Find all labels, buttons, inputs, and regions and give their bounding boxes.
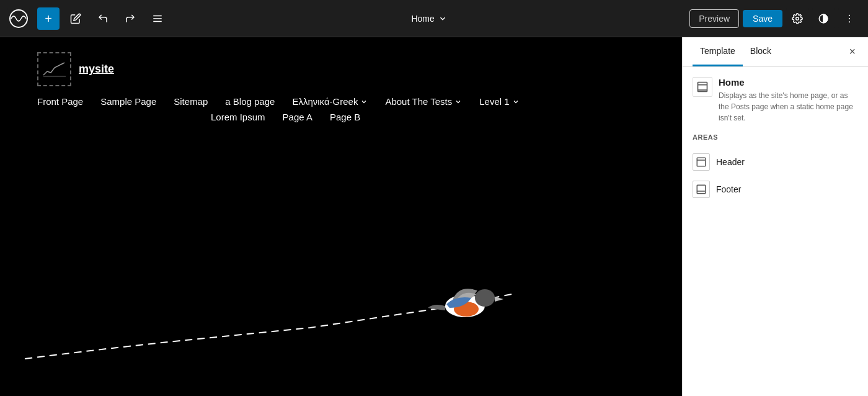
nav-lorem-ipsum[interactable]: Lorem Ipsum: [211, 112, 265, 122]
page-selector[interactable]: Home: [405, 10, 453, 27]
home-description: Displays as the site's home page, or as …: [719, 90, 858, 124]
nav-row-2: Lorem Ipsum Page A Page B: [37, 112, 645, 122]
tab-template[interactable]: Template: [693, 37, 743, 66]
site-header: mysite Front Page Sample Page Sitemap a …: [0, 37, 682, 122]
contrast-button[interactable]: [812, 7, 835, 30]
flight-path: [0, 247, 682, 371]
areas-label: AREAS: [693, 133, 858, 141]
save-button[interactable]: Save: [743, 10, 782, 27]
svg-point-4: [796, 17, 799, 20]
menu-button[interactable]: [146, 7, 169, 30]
nav-greek[interactable]: Ελληνικά-Greek: [292, 96, 368, 107]
preview-button[interactable]: Preview: [689, 9, 739, 28]
right-panel: Template Block × Home Displays as the si…: [682, 37, 868, 396]
main-area: mysite Front Page Sample Page Sitemap a …: [0, 37, 868, 396]
home-title: Home: [719, 77, 858, 88]
canvas-area[interactable]: mysite Front Page Sample Page Sitemap a …: [0, 37, 682, 396]
svg-rect-19: [697, 185, 706, 194]
more-options-button[interactable]: [838, 7, 861, 30]
undo-button[interactable]: [92, 7, 114, 30]
wp-logo[interactable]: [7, 7, 30, 30]
settings-button[interactable]: [786, 7, 808, 30]
svg-point-7: [849, 17, 850, 19]
svg-point-11: [475, 289, 495, 307]
toolbar: + Home Preview: [0, 0, 868, 37]
nav-level1[interactable]: Level 1: [479, 96, 519, 107]
footer-area-icon: [693, 181, 710, 198]
panel-close-button[interactable]: ×: [846, 43, 858, 61]
redo-button[interactable]: [119, 7, 141, 30]
site-name[interactable]: mysite: [79, 63, 114, 76]
panel-body: Home Displays as the site's home page, o…: [683, 67, 868, 396]
nav-sample-page[interactable]: Sample Page: [100, 96, 156, 107]
home-section: Home Displays as the site's home page, o…: [693, 77, 858, 124]
toolbar-right: Preview Save: [689, 7, 861, 30]
nav-page-a[interactable]: Page A: [283, 112, 312, 122]
header-area-label: Header: [716, 157, 745, 167]
svg-point-0: [10, 10, 27, 27]
nav-page-b[interactable]: Page B: [330, 112, 360, 122]
svg-point-13: [454, 302, 479, 317]
panel-header: Template Block ×: [683, 37, 868, 67]
header-area-icon: [693, 153, 710, 171]
home-info: Home Displays as the site's home page, o…: [719, 77, 858, 124]
svg-point-10: [445, 295, 485, 317]
toolbar-center: Home: [174, 10, 684, 27]
nav-about-tests[interactable]: About The Tests: [385, 96, 462, 107]
nav-sitemap[interactable]: Sitemap: [174, 96, 208, 107]
bird-area: [0, 235, 682, 371]
nav-row-1: Front Page Sample Page Sitemap a Blog pa…: [37, 96, 645, 107]
area-header[interactable]: Header: [693, 148, 858, 176]
bird-svg: [422, 272, 508, 334]
area-footer[interactable]: Footer: [693, 176, 858, 203]
add-block-button[interactable]: +: [37, 7, 60, 30]
edit-button[interactable]: [64, 7, 87, 30]
home-area-icon: [693, 77, 712, 97]
svg-marker-12: [495, 297, 503, 302]
site-logo-box: [37, 52, 71, 86]
svg-point-8: [849, 21, 850, 22]
footer-area-label: Footer: [716, 184, 741, 194]
site-logo-row: mysite: [37, 52, 645, 86]
nav-front-page[interactable]: Front Page: [37, 96, 83, 107]
tab-block[interactable]: Block: [743, 37, 779, 66]
svg-point-6: [849, 14, 850, 16]
svg-rect-17: [697, 158, 706, 166]
nav-blog-page[interactable]: a Blog page: [225, 96, 275, 107]
panel-tabs: Template Block: [693, 37, 779, 66]
